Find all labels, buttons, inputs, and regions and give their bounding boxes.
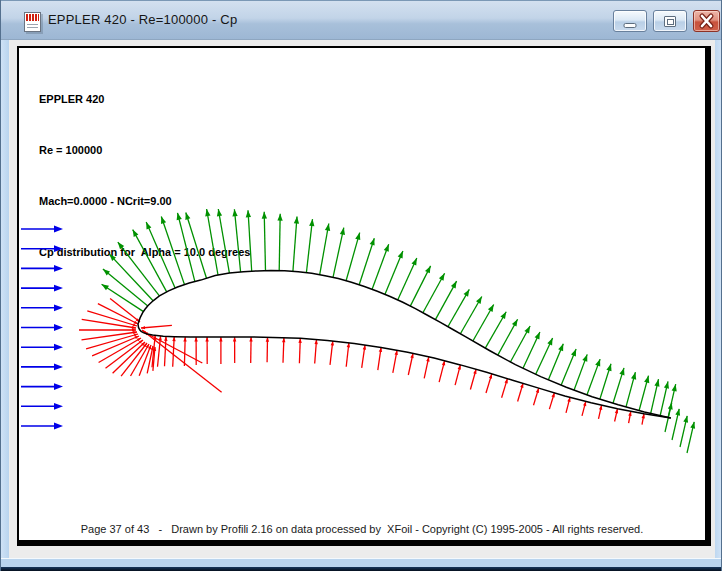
window-frame-bottom-edge — [1, 567, 722, 571]
upper-cp-arrows — [102, 209, 677, 417]
close-button[interactable] — [693, 10, 720, 32]
document-icon-mark — [26, 14, 39, 21]
maximize-button[interactable] — [653, 10, 687, 32]
close-icon — [694, 11, 719, 31]
wake-arrows — [665, 403, 695, 453]
window-frame-left — [1, 40, 9, 558]
minimize-button[interactable] — [613, 10, 647, 32]
window-frame-bottom — [1, 558, 722, 571]
minimize-icon — [624, 23, 637, 28]
maximize-icon — [664, 16, 676, 27]
cp-plot-svg — [19, 48, 709, 540]
window-title: EPPLER 420 - Re=100000 - Cp — [48, 12, 237, 27]
document-icon — [24, 12, 41, 32]
airfoil-outline — [138, 271, 671, 418]
leading-edge-fan — [79, 299, 222, 393]
client-area: EPPLER 420 Re = 100000 Mach=0.0000 - NCr… — [9, 40, 715, 558]
app-window: EPPLER 420 - Re=100000 - Cp EPPLER 420 R… — [0, 0, 722, 571]
titlebar[interactable]: EPPLER 420 - Re=100000 - Cp — [1, 0, 722, 40]
plot-page: EPPLER 420 Re = 100000 Mach=0.0000 - NCr… — [17, 46, 711, 546]
plot-footer: Page 37 of 43 - Drawn by Profili 2.16 on… — [19, 523, 705, 535]
lower-cp-arrows — [152, 335, 645, 424]
flow-arrows — [21, 226, 63, 430]
